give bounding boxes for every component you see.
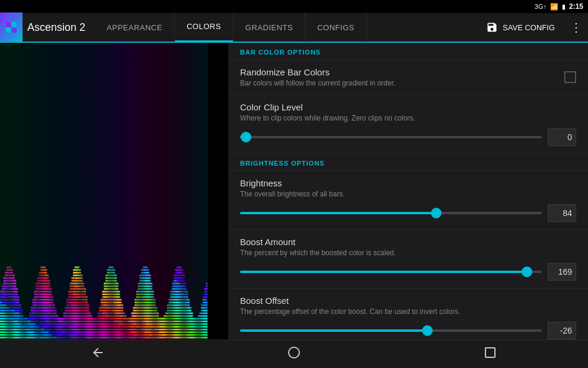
boost-amount-thumb[interactable] bbox=[522, 267, 532, 277]
color-clip-level-thumb[interactable] bbox=[241, 132, 251, 142]
randomize-bar-colors-title: Randomize Bar Colors bbox=[240, 67, 395, 77]
brightness-title: Brightness bbox=[240, 178, 576, 188]
color-clip-level-desc: Where to clip colors while drawing. Zero… bbox=[240, 114, 576, 122]
tab-appearance[interactable]: APPEARANCE bbox=[95, 12, 175, 42]
app-title: Ascension 2 bbox=[23, 21, 95, 34]
visualization-panel bbox=[0, 43, 228, 340]
brightness-fill bbox=[240, 212, 436, 214]
bottom-nav bbox=[0, 340, 588, 368]
brightness-track[interactable] bbox=[240, 212, 542, 214]
setting-randomize-bar-colors: Randomize Bar Colors Bar colors will fol… bbox=[228, 60, 588, 95]
home-button[interactable] bbox=[275, 341, 313, 368]
boost-offset-value: -26 bbox=[548, 322, 576, 340]
color-clip-level-value: 0 bbox=[548, 128, 576, 146]
svg-point-4 bbox=[289, 347, 299, 358]
boost-amount-desc: The percent by which the boosted color i… bbox=[240, 249, 576, 257]
battery-icon: ▮ bbox=[562, 3, 565, 11]
setting-boost-amount: Boost Amount The percent by which the bo… bbox=[228, 230, 588, 288]
boost-offset-track[interactable] bbox=[240, 329, 542, 332]
boost-amount-track[interactable] bbox=[240, 271, 542, 273]
main-content: BAR COLOR OPTIONS Randomize Bar Colors B… bbox=[0, 43, 588, 340]
setting-color-clip-level: Color Clip Level Where to clip colors wh… bbox=[228, 95, 588, 154]
svg-rect-0 bbox=[6, 22, 11, 27]
brightness-thumb[interactable] bbox=[431, 208, 442, 218]
boost-offset-desc: The percentage offset of the color boost… bbox=[240, 307, 576, 316]
settings-panel[interactable]: BAR COLOR OPTIONS Randomize Bar Colors B… bbox=[228, 43, 588, 340]
save-config-button[interactable]: SAVE CONFIG bbox=[477, 21, 564, 33]
status-time: 2:15 bbox=[569, 2, 583, 11]
visualizer-canvas bbox=[0, 43, 208, 340]
recents-button[interactable] bbox=[471, 341, 509, 368]
svg-rect-2 bbox=[6, 27, 11, 33]
section-brightness-options: BRIGHTNESS OPTIONS bbox=[228, 154, 588, 171]
randomize-bar-colors-checkbox[interactable] bbox=[564, 71, 576, 83]
more-options-button[interactable]: ⋮ bbox=[564, 12, 588, 42]
randomize-bar-colors-desc: Bar colors will follow the current gradi… bbox=[240, 79, 395, 87]
boost-offset-title: Boost Offset bbox=[240, 296, 576, 306]
app-logo bbox=[0, 12, 23, 42]
boost-offset-fill bbox=[240, 329, 427, 332]
tab-configs[interactable]: CONFIGS bbox=[305, 12, 367, 42]
status-bar: 3G↑ 📶 ▮ 2:15 bbox=[0, 0, 588, 13]
color-clip-level-title: Color Clip Level bbox=[240, 102, 576, 112]
tab-gradients[interactable]: GRADIENTS bbox=[234, 12, 305, 42]
brightness-value: 84 bbox=[548, 204, 576, 222]
wifi-icon: 📶 bbox=[550, 3, 558, 11]
save-config-label: SAVE CONFIG bbox=[503, 23, 555, 32]
section-bar-color-options: BAR COLOR OPTIONS bbox=[228, 43, 588, 60]
color-clip-level-track[interactable] bbox=[240, 136, 542, 138]
top-nav: Ascension 2 APPEARANCE COLORS GRADIENTS … bbox=[0, 13, 588, 43]
boost-amount-fill bbox=[240, 271, 527, 273]
tab-colors[interactable]: COLORS bbox=[175, 12, 234, 42]
svg-rect-5 bbox=[485, 348, 495, 357]
boost-offset-thumb[interactable] bbox=[422, 325, 433, 336]
svg-rect-3 bbox=[11, 27, 17, 33]
boost-amount-title: Boost Amount bbox=[240, 237, 576, 247]
boost-amount-value: 169 bbox=[548, 263, 576, 281]
brightness-desc: The overall brightness of all bars. bbox=[240, 190, 576, 198]
signal-icon: 3G↑ bbox=[535, 3, 547, 10]
setting-boost-offset: Boost Offset The percentage offset of th… bbox=[228, 288, 588, 340]
back-button[interactable] bbox=[79, 341, 117, 368]
svg-rect-1 bbox=[11, 22, 17, 27]
setting-brightness: Brightness The overall brightness of all… bbox=[228, 171, 588, 230]
